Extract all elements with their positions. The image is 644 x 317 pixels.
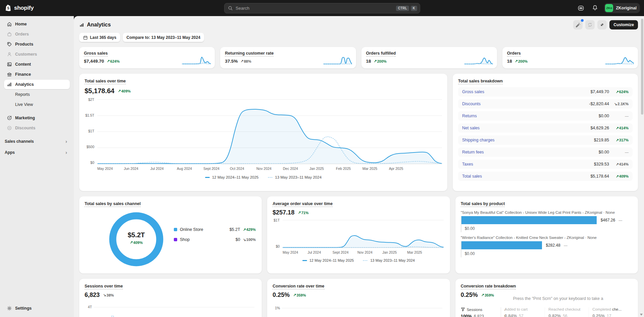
x-axis-labels: May 2024Jul 2024Sept 2024Nov 2024Jan 202… [283, 250, 444, 254]
metric-title[interactable]: Orders fulfilled [366, 51, 396, 57]
sidebar-section-apps[interactable]: Apps › [4, 150, 70, 155]
chart-title[interactable]: Total sales over time [85, 79, 126, 84]
y-axis-labels: 1% [273, 301, 282, 317]
breakdown-link[interactable]: Shipping charges [462, 138, 495, 142]
discounts-icon [7, 125, 12, 131]
breakdown-link[interactable]: Taxes [462, 162, 473, 167]
search-icon [228, 6, 233, 11]
breakdown-link[interactable]: Net sales [462, 126, 480, 130]
metric-title[interactable]: Orders [507, 51, 521, 57]
expand-button[interactable] [597, 20, 607, 29]
chart-title[interactable]: Conversion rate over time [273, 284, 324, 290]
breakdown-row: Discounts -$2,820.44 ↘2.1K% [458, 99, 633, 109]
date-range-button[interactable]: Last 365 days [79, 33, 120, 42]
scrollbar-down-arrow[interactable] [640, 314, 643, 316]
user-menu[interactable]: ZKo ZKoriginal [604, 3, 640, 13]
legend-previous-period: 13 May 2023–11 May 2024 [267, 175, 322, 179]
sidebar-section-sales-channels[interactable]: Sales channels › [4, 139, 70, 144]
total-sales-breakdown-card: Total sales breakdown Gross sales $7,449… [453, 74, 638, 191]
chart-title[interactable]: Average order value over time [273, 201, 333, 207]
sidebar-item-analytics[interactable]: Analytics [4, 80, 70, 89]
sidebar-item-home[interactable]: Home [4, 19, 70, 29]
shopify-logo[interactable]: S shopify [0, 4, 74, 12]
chart-title[interactable]: Total sales by sales channel [85, 201, 141, 207]
refresh-button[interactable] [585, 20, 595, 29]
chart-change: ↘38% [103, 293, 114, 297]
bell-icon [592, 5, 598, 11]
finance-icon [7, 72, 12, 77]
product-row: "Winter's Radiance" Collection - Knitted… [461, 236, 633, 257]
funnel-step-reached-checkout: Reached checkout 0.82%56 [545, 307, 589, 317]
breakdown-row: Total sales $5,178.64 ↗409% [458, 172, 633, 181]
metric-card-returning-customer-rate[interactable]: Returning customer rate 37.5% ↗88% [220, 47, 356, 68]
sparkline-chart [605, 54, 634, 66]
sparkline-chart [464, 54, 493, 66]
metric-card-orders-fulfilled[interactable]: Orders fulfilled 18 ↗200% [361, 47, 497, 68]
compare-to-button[interactable]: Compare to: 13 May 2023–11 May 2024 [123, 33, 204, 42]
sidekick-button[interactable] [576, 3, 586, 13]
conversion-rate-over-time-card: Conversion rate over time 0.25% ↗359% 1% [267, 279, 450, 317]
chart-value: $5,178.64 [85, 87, 114, 95]
sidebar-item-reports[interactable]: Reports [4, 90, 70, 99]
metric-title[interactable]: Gross sales [84, 51, 108, 57]
total-sales-over-time-card: Total sales over time $5,178.64 ↗409% $2… [79, 74, 447, 191]
product-bar [461, 216, 597, 224]
notifications-button[interactable] [590, 3, 600, 13]
product-bar [461, 241, 542, 249]
chart-value: 0.25% [273, 292, 290, 299]
breakdown-link[interactable]: Return fees [462, 150, 484, 154]
metric-card-orders[interactable]: Orders 18 ↗200% [502, 47, 638, 68]
breakdown-row: Returns $0.00 — [458, 111, 633, 121]
brand-wordmark: shopify [14, 5, 34, 11]
breakdown-link[interactable]: Gross sales [462, 89, 484, 94]
chart-change: ↗359% [293, 293, 306, 297]
y-axis-labels: $1T$0 [273, 218, 283, 248]
breakdown-link[interactable]: Total sales [462, 174, 482, 179]
breakdown-title[interactable]: Total sales breakdown [458, 79, 503, 84]
sidekick-icon [577, 4, 585, 12]
chevron-right-icon: › [65, 150, 67, 155]
scrollbar-thumb[interactable] [641, 19, 643, 115]
search-input[interactable] [236, 6, 394, 11]
metric-card-gross-sales[interactable]: Gross sales $7,449.70 ↗624% [79, 47, 215, 68]
legend-solid-marker [205, 177, 210, 178]
legend-previous-period: 13 May 2023–11 May 2024 [362, 258, 415, 262]
sparkline-chart [182, 54, 211, 66]
global-search[interactable]: CTRL K [224, 3, 420, 13]
metric-title[interactable]: Returning customer rate [225, 51, 274, 57]
avatar: ZKo [605, 4, 613, 12]
customize-button[interactable]: Customize [609, 20, 638, 29]
notification-dot [581, 19, 584, 22]
metric-value: 18 [507, 59, 512, 64]
sidebar-item-live-view[interactable]: Live View [4, 100, 70, 109]
chart-value: 6,823 [85, 292, 100, 299]
user-name: ZKoriginal [616, 6, 637, 10]
breakdown-link[interactable]: Returns [462, 114, 477, 118]
metric-value: 37.5% [225, 59, 238, 64]
sidebar-item-products[interactable]: Products [4, 40, 70, 49]
marketing-icon [7, 115, 12, 121]
chart-title[interactable]: Conversion rate breakdown [461, 284, 516, 290]
sidebar-item-content[interactable]: Content [4, 60, 70, 69]
sales-by-channel-card: Total sales by sales channel $5.2T ↗409%… [79, 196, 262, 273]
funnel-step-sessions: Sessions 100%6,823 [461, 307, 501, 317]
orders-icon [7, 31, 12, 37]
sidebar-item-settings[interactable]: Settings [4, 304, 70, 313]
refresh-icon [587, 22, 593, 27]
kbd-k: K [411, 6, 417, 11]
legend-current-period: 12 May 2024–11 May 2025 [205, 175, 259, 179]
sidebar-item-marketing[interactable]: Marketing [4, 113, 70, 123]
funnel-icon [461, 307, 465, 312]
breakdown-link[interactable]: Discounts [462, 102, 481, 106]
sidebar-item-finance[interactable]: Finance [4, 70, 70, 79]
donut-center: $5.2T ↗409% [116, 231, 156, 245]
magic-insights-button[interactable] [573, 20, 583, 29]
page-title: Analytics [79, 22, 111, 28]
total-sales-line-chart [97, 98, 442, 165]
chart-title[interactable]: Total sales by product [461, 201, 505, 207]
sidebar: Home Orders Products Customers Content F… [0, 16, 74, 317]
sidebar-item-customers: Customers [4, 50, 70, 59]
chart-title[interactable]: Sessions over time [85, 284, 123, 290]
sidebar-item-discounts: Discounts [4, 123, 70, 133]
breakdown-row: Taxes $329.53 ↗414% [458, 160, 633, 169]
